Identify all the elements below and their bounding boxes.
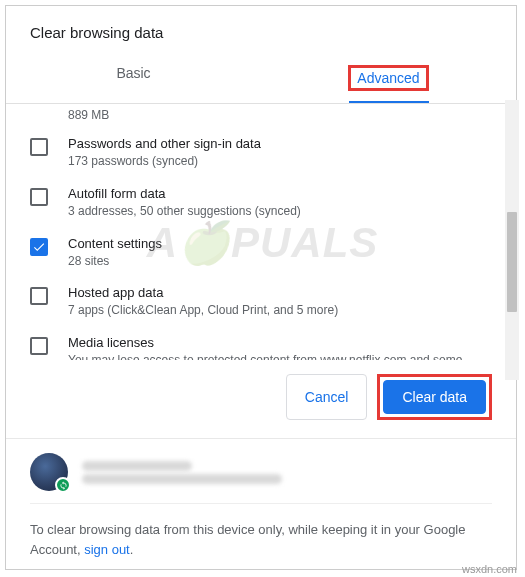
option-media-licenses: Media licenses You may lose access to pr… xyxy=(30,329,492,360)
footer-tail: . xyxy=(130,542,134,557)
option-sub: 7 apps (Click&Clean App, Cloud Print, an… xyxy=(68,302,492,319)
clear-browsing-data-dialog: Clear browsing data Basic Advanced 889 M… xyxy=(5,5,517,570)
tabs: Basic Advanced xyxy=(6,53,516,104)
option-hosted-app: Hosted app data 7 apps (Click&Clean App,… xyxy=(30,279,492,329)
option-sub: 28 sites xyxy=(68,253,492,270)
option-sub: 173 passwords (synced) xyxy=(68,153,492,170)
sign-out-link[interactable]: sign out xyxy=(84,542,130,557)
account-row xyxy=(6,438,516,491)
scrollbar[interactable] xyxy=(505,100,519,380)
clear-data-button[interactable]: Clear data xyxy=(383,380,486,414)
account-info-blurred xyxy=(82,458,492,487)
checkbox-hosted-app[interactable] xyxy=(30,287,48,305)
option-content-settings: Content settings 28 sites xyxy=(30,230,492,280)
option-title: Hosted app data xyxy=(68,285,492,300)
option-title: Media licenses xyxy=(68,335,492,350)
cancel-button[interactable]: Cancel xyxy=(286,374,368,420)
sync-badge-icon xyxy=(55,477,71,493)
option-sub: You may lose access to protected content… xyxy=(68,352,492,360)
clear-data-highlight: Clear data xyxy=(377,374,492,420)
checkbox-passwords[interactable] xyxy=(30,138,48,156)
tab-basic[interactable]: Basic xyxy=(6,53,261,103)
check-icon xyxy=(32,240,46,254)
dialog-actions: Cancel Clear data xyxy=(6,360,516,438)
tab-basic-label: Basic xyxy=(116,65,150,81)
checkbox-media-licenses[interactable] xyxy=(30,337,48,355)
option-title: Autofill form data xyxy=(68,186,492,201)
footer-text: To clear browsing data from this device … xyxy=(6,504,516,569)
tab-advanced[interactable]: Advanced xyxy=(261,53,516,103)
site-credit: wsxdn.com xyxy=(462,563,517,575)
option-passwords: Passwords and other sign-in data 173 pas… xyxy=(30,130,492,180)
avatar xyxy=(30,453,68,491)
option-sub: 3 addresses, 50 other suggestions (synce… xyxy=(68,203,492,220)
tab-advanced-label: Advanced xyxy=(348,65,428,91)
option-autofill: Autofill form data 3 addresses, 50 other… xyxy=(30,180,492,230)
dialog-title: Clear browsing data xyxy=(6,6,516,53)
option-title: Content settings xyxy=(68,236,492,251)
options-scroll-area: 889 MB Passwords and other sign-in data … xyxy=(6,104,516,360)
checkbox-autofill[interactable] xyxy=(30,188,48,206)
scrollbar-thumb[interactable] xyxy=(507,212,517,312)
option-title: Passwords and other sign-in data xyxy=(68,136,492,151)
prev-option-partial: 889 MB xyxy=(30,108,492,122)
checkbox-content-settings[interactable] xyxy=(30,238,48,256)
